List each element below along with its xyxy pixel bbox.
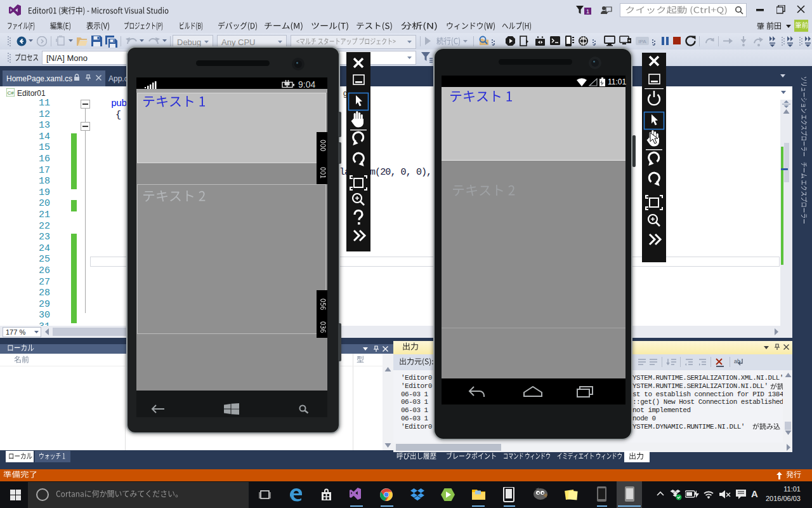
svg-text:IPA: IPA bbox=[638, 39, 646, 44]
svg-text:1: 1 bbox=[586, 8, 589, 15]
svg-text:C#: C# bbox=[7, 90, 14, 96]
